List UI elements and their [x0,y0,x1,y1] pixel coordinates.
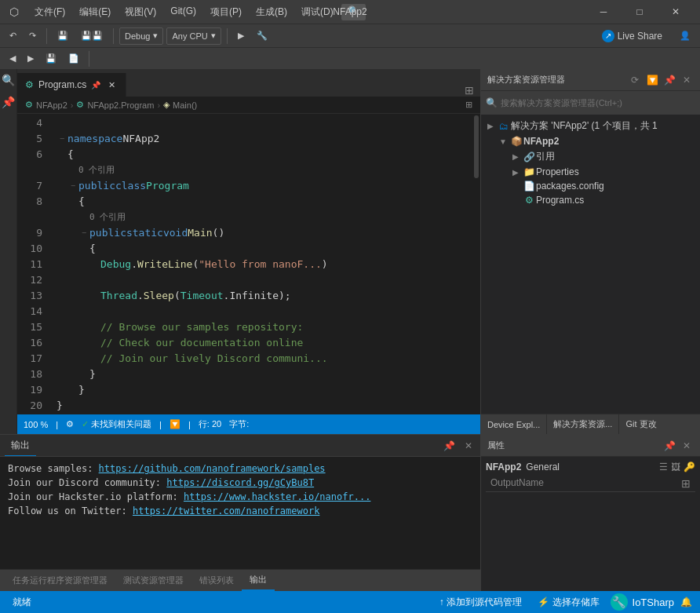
close-button[interactable]: ✕ [658,0,694,24]
props-pin-icon[interactable]: 📌 [662,439,676,453]
toolbar-run[interactable]: ▶ [233,29,249,42]
fold-9[interactable]: − [78,225,89,241]
editor-scrollbar[interactable] [472,114,480,414]
fold-7[interactable]: − [67,178,78,194]
output-link-2[interactable]: https://discord.gg/gCyBu8T [166,477,314,488]
solution-icon: 🗂 [497,121,511,132]
tree-project[interactable]: ▼ 📦 NFApp2 [481,134,700,148]
menu-view[interactable]: 视图(V) [118,4,162,20]
toolbar-redo[interactable]: ↷ [24,29,41,42]
output-pin-icon[interactable]: 📌 [440,439,458,453]
tree-program-cs[interactable]: ⚙ Program.cs [481,193,700,207]
tree-expand-props[interactable]: ▶ [509,168,522,177]
menu-build[interactable]: 生成(B) [250,4,293,20]
se-icon-filter[interactable]: 🔽 [645,73,659,87]
bottom-tab-test[interactable]: 测试资源管理器 [115,570,191,591]
bottom-tabs-row: 任务运行程序资源管理器 测试资源管理器 错误列表 输出 [0,569,480,591]
status-col[interactable]: 字节: [229,418,249,430]
debug-config-dropdown[interactable]: Debug ▾ [119,27,163,45]
status-git[interactable]: ↑ 添加到源代码管理 [435,596,527,609]
ln-6: 6 [17,147,42,162]
scroll-thumb[interactable] [474,115,479,178]
output-close-icon[interactable]: ✕ [461,439,476,453]
tree-expand-project[interactable]: ▼ [497,137,509,146]
status-filter-icon[interactable]: 🔽 [170,419,180,429]
props-icon-list[interactable]: ☰ [659,462,668,473]
props-expand-icon[interactable]: ⊞ [681,477,691,490]
tab-pin[interactable]: 📌 [91,81,100,89]
ln-10: 10 [17,241,42,257]
activity-pin[interactable]: 📌 [1,94,16,110]
output-link-1[interactable]: https://github.com/nanoframework/samples [99,463,326,474]
toolbar-save[interactable]: 💾 [53,29,73,42]
output-label-2: Join our Discord community: [8,477,166,488]
bottom-status-bar: 就绪 ↑ 添加到源代码管理 ⚡ 选择存储库 🔧 IoTSharp 🔔 [0,591,700,613]
tree-packages[interactable]: 📄 packages.config [481,179,700,193]
props-icon-key[interactable]: 🔑 [684,462,695,473]
se-header-icons: ⟳ 🔽 📌 ✕ [628,73,694,87]
menu-file[interactable]: 文件(F) [28,4,71,20]
toolbar-save2[interactable]: 💾 [41,52,61,65]
status-zoom[interactable]: 100 % [24,420,48,429]
status-no-issues[interactable]: ✓ 未找到相关问题 [82,418,151,430]
code-lines[interactable]: −namespace NFApp2 { 0 个引用 −public class … [49,114,472,414]
output-section: 输出 📌 ✕ Browse samples: https://github.co… [0,435,480,591]
se-search-input[interactable] [501,98,695,108]
output-link-4[interactable]: https://twitter.com/nanoframework [133,505,319,516]
se-title: 解决方案资源管理器 [487,74,628,86]
props-icon-pic[interactable]: 🖼 [671,462,680,473]
toolbar-user[interactable]: 👤 [675,29,695,42]
menu-edit[interactable]: 编辑(E) [73,4,117,20]
status-gear[interactable]: ⚙ [66,419,74,429]
tree-solution[interactable]: ▶ 🗂 解决方案 'NFApp2' (1 个项目，共 1 [481,118,700,134]
minimize-button[interactable]: ─ [585,0,622,24]
tree-expand-solution[interactable]: ▶ [484,122,497,130]
se-search-bar: 🔍 [481,91,700,115]
se-icon-close[interactable]: ✕ [680,73,694,87]
code-line-15: // Browse our samples repository: [57,319,472,335]
toolbar-debug-tools[interactable]: 🔧 [252,29,272,42]
menu-project[interactable]: 项目(P) [204,4,248,20]
se-icon-sync[interactable]: ⟳ [628,73,642,87]
panel-tab-git[interactable]: Git 更改 [619,414,662,434]
toolbar-back[interactable]: ◀ [5,52,20,65]
breadcrumb-namespace[interactable]: NFApp2.Program [87,100,154,110]
live-share-button[interactable]: ↗ Live Share [596,28,669,44]
toolbar-forward[interactable]: ▶ [23,52,38,65]
status-row[interactable]: 行: 20 [199,418,221,430]
toolbar2-sep [89,51,89,67]
tab-close-button[interactable]: ✕ [105,78,118,91]
toolbar-new-file[interactable]: 📄 [64,52,84,65]
breadcrumb-method[interactable]: Main() [173,100,197,110]
fold-5[interactable]: − [57,131,67,147]
props-close-icon[interactable]: ✕ [680,439,694,453]
tab-program-cs[interactable]: ⚙ Program.cs 📌 ✕ [17,73,126,97]
tree-references[interactable]: ▶ 🔗 引用 [481,148,700,165]
tab-list-button[interactable]: ⊞ [458,84,480,97]
output-tab-label[interactable]: 输出 [5,435,36,456]
toolbar-save-all[interactable]: 💾💾 [76,29,108,42]
status-repo[interactable]: ⚡ 选择存储库 [533,596,603,609]
breadcrumb-expand[interactable]: ⊞ [465,100,472,110]
bottom-tab-tasks[interactable]: 任务运行程序资源管理器 [5,570,115,591]
bottom-tab-errors[interactable]: 错误列表 [191,570,242,591]
ln-20: 20 [17,398,42,414]
bottom-tab-output[interactable]: 输出 [242,570,275,591]
tree-properties[interactable]: ▶ 📁 Properties [481,165,700,179]
panel-tab-solution[interactable]: 解决方案资源... [547,414,619,434]
panel-tab-device[interactable]: Device Expl... [481,414,547,434]
status-ready[interactable]: 就绪 [8,591,36,613]
se-icon-pin[interactable]: 📌 [662,73,676,87]
cpu-config-dropdown[interactable]: Any CPU ▾ [166,27,221,45]
breadcrumb-project[interactable]: NFApp2 [36,100,67,110]
output-link-3[interactable]: https://www.hackster.io/nanofr... [184,491,370,502]
code-line-13: Thread.Sleep(Timeout.Infinite); [57,288,472,304]
output-line-2: Join our Discord community: https://disc… [8,476,472,490]
status-bell-icon[interactable]: 🔔 [680,597,692,608]
toolbar-undo[interactable]: ↶ [5,29,21,42]
maximize-button[interactable]: □ [622,0,658,24]
menu-git[interactable]: Git(G) [164,4,202,20]
tree-expand-refs[interactable]: ▶ [509,152,522,161]
ln-9: 9 [17,225,42,241]
activity-search[interactable]: 🔍 [1,72,16,88]
